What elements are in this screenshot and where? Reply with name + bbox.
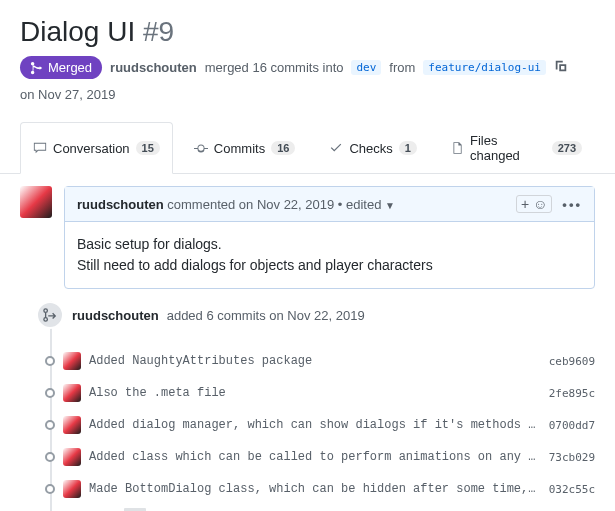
avatar[interactable] <box>63 416 81 434</box>
tab-files-label: Files changed <box>470 133 546 163</box>
commit-node-icon <box>45 388 55 398</box>
tab-commits-label: Commits <box>214 141 265 156</box>
commit-hash[interactable]: 0700dd7 <box>549 419 595 432</box>
comment-body: Basic setup for dialogs. Still need to a… <box>65 222 594 288</box>
tab-files-count: 273 <box>552 141 582 155</box>
file-icon <box>451 141 464 155</box>
comment-line2: Still need to add dialogs for objects an… <box>77 255 582 276</box>
comment-icon <box>33 141 47 155</box>
commit-row: Also the .meta file2fe895c <box>68 377 595 409</box>
commit-node-icon <box>45 420 55 430</box>
commits-summary: ruudschouten added 6 commits on Nov 22, … <box>68 301 595 329</box>
avatar[interactable] <box>63 384 81 402</box>
commit-row: Added class which can be called to perfo… <box>68 441 595 473</box>
avatar[interactable] <box>63 448 81 466</box>
commit-hash[interactable]: 032c55c <box>549 483 595 496</box>
avatar[interactable] <box>20 186 52 218</box>
check-icon <box>329 141 343 155</box>
merge-author[interactable]: ruudschouten <box>110 60 197 75</box>
from-label: from <box>389 60 415 75</box>
tab-files[interactable]: Files changed 273 <box>438 122 595 173</box>
commit-message[interactable]: Also the .meta file <box>89 386 541 400</box>
commit-node-icon <box>45 452 55 462</box>
tab-checks[interactable]: Checks 1 <box>316 122 429 173</box>
avatar[interactable] <box>63 480 81 498</box>
comment-line1: Basic setup for dialogs. <box>77 234 582 255</box>
commit-row: Added NaughtyAttributes packageceb9609 <box>68 345 595 377</box>
comment: ruudschouten commented on Nov 22, 2019 •… <box>64 186 595 289</box>
commit-message[interactable]: Made BottomDialog class, which can be hi… <box>89 482 541 496</box>
repo-push-icon <box>36 301 64 329</box>
add-reaction-button[interactable]: + ☺ <box>516 195 552 213</box>
tab-conversation-count: 15 <box>136 141 160 155</box>
tab-commits-count: 16 <box>271 141 295 155</box>
commits-text: added 6 commits on Nov 22, 2019 <box>167 308 365 323</box>
comment-meta: commented on Nov 22, 2019 • edited <box>167 197 381 212</box>
issue-number: #9 <box>143 16 174 47</box>
commit-node-icon <box>45 484 55 494</box>
commit-icon <box>194 141 208 155</box>
base-branch[interactable]: dev <box>351 60 381 75</box>
commit-hash[interactable]: 73cb029 <box>549 451 595 464</box>
kebab-icon[interactable]: ••• <box>562 197 582 212</box>
tab-commits[interactable]: Commits 16 <box>181 122 309 173</box>
merged-badge: Merged <box>20 56 102 79</box>
merged-label: Merged <box>48 60 92 75</box>
commit-hash[interactable]: ceb9609 <box>549 355 595 368</box>
commit-node-icon <box>45 356 55 366</box>
title-text: Dialog UI <box>20 16 135 47</box>
commit-hash[interactable]: 2fe895c <box>549 387 595 400</box>
copy-icon[interactable] <box>554 59 568 76</box>
merge-verb: merged 16 commits into <box>205 60 344 75</box>
tab-checks-count: 1 <box>399 141 417 155</box>
commit-row: Added dialog manager, which can show dia… <box>68 409 595 441</box>
pr-tabs: Conversation 15 Commits 16 Checks 1 File… <box>0 122 615 174</box>
merge-summary: Merged ruudschouten merged 16 commits in… <box>20 56 595 102</box>
commit-message[interactable]: Added NaughtyAttributes package <box>89 354 541 368</box>
merge-icon <box>30 61 44 75</box>
edited-dropdown-icon[interactable]: ▼ <box>385 200 395 211</box>
pr-title: Dialog UI #9 <box>20 16 595 48</box>
avatar[interactable] <box>63 352 81 370</box>
tab-conversation-label: Conversation <box>53 141 130 156</box>
tab-conversation[interactable]: Conversation 15 <box>20 122 173 174</box>
commit-row: Made BottomDialog class, which can be hi… <box>68 473 595 505</box>
comment-author[interactable]: ruudschouten <box>77 197 164 212</box>
head-branch[interactable]: feature/dialog-ui <box>423 60 546 75</box>
tab-checks-label: Checks <box>349 141 392 156</box>
commit-message[interactable]: Added class which can be called to perfo… <box>89 450 541 464</box>
commit-message[interactable]: Added dialog manager, which can show dia… <box>89 418 541 432</box>
commits-author[interactable]: ruudschouten <box>72 308 159 323</box>
merge-date: on Nov 27, 2019 <box>20 87 115 102</box>
